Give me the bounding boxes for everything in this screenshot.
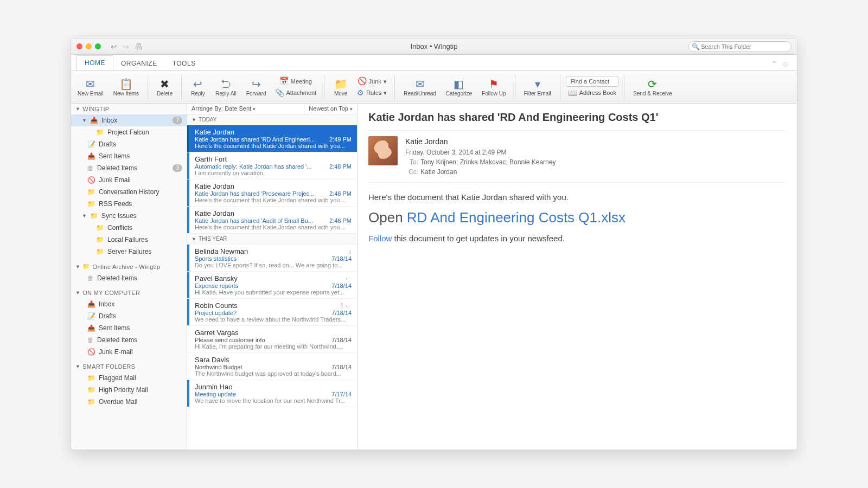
find-contact-button[interactable]: Find a Contact: [566, 76, 618, 87]
sidebar-sync-issues[interactable]: ▼📁Sync Issues: [71, 210, 187, 222]
forward-icon: ↪: [252, 78, 261, 91]
sidebar-deleted[interactable]: 🗑Deleted Items3: [71, 162, 187, 174]
reply-all-button[interactable]: ⮌Reply All: [212, 76, 240, 98]
new-email-button[interactable]: ✉New Email: [74, 76, 107, 98]
titlebar: ↩ ↪ 🖶 Inbox • Wingtip 🔍: [71, 38, 797, 55]
meeting-button[interactable]: 📅Meeting: [273, 76, 319, 86]
message-item[interactable]: Katie Jordan Katie Jordan has shared 'Au…: [187, 207, 357, 234]
message-preview: We need to have a review about the North…: [195, 316, 352, 323]
deleted-count-badge: 3: [173, 164, 182, 172]
message-subject-preview: Automatic reply: Katie Jordan has shared…: [195, 163, 329, 170]
message-subject-preview: Sports statistics: [195, 255, 331, 262]
mail-plus-icon: ✉: [86, 78, 95, 91]
items-plus-icon: 📋: [119, 78, 133, 91]
message-subject: Katie Jordan has shared 'RD And Engineer…: [368, 111, 786, 124]
shared-file-link[interactable]: RD And Engineering Costs Q1.xlsx: [407, 209, 626, 226]
new-items-button[interactable]: 📋New Items: [110, 76, 142, 98]
sidebar-flagged[interactable]: 📁Flagged Mail: [71, 372, 187, 384]
tab-home[interactable]: HOME: [76, 55, 113, 70]
sidebar-project-falcon[interactable]: 📁Project Falcon: [71, 126, 187, 138]
tab-organize[interactable]: ORGANIZE: [113, 56, 165, 70]
sender-name: Katie Jordan: [405, 136, 556, 147]
message-time: 7/18/14: [331, 282, 352, 289]
read-unread-button[interactable]: ✉Read/Unread: [400, 76, 439, 98]
rules-icon: ⚙: [357, 89, 364, 97]
sidebar-sent[interactable]: 📤Sent Items: [71, 150, 187, 162]
cc-recipients: Katie Jordan: [420, 168, 457, 176]
to-label: To:: [405, 157, 418, 167]
message-item[interactable]: Garret Vargas Please send customer info7…: [187, 326, 357, 353]
junk-button[interactable]: 🚫Junk ▾: [355, 76, 389, 86]
reply-icon: ↩: [193, 78, 202, 91]
group-today[interactable]: ▼TODAY: [187, 114, 357, 125]
sidebar-archive-deleted[interactable]: 🗑Deleted Items: [71, 272, 187, 284]
arrange-bar: Arrange By: Date Sent ▾ Newest on Top ▾: [187, 104, 357, 114]
message-item[interactable]: Katie Jordan Katie Jordan has shared 'Pr…: [187, 179, 357, 207]
address-book-icon: 📖: [568, 89, 577, 97]
help-icon[interactable]: ☺: [782, 60, 789, 68]
collapse-ribbon-icon[interactable]: ⌃: [771, 60, 777, 68]
send-receive-button[interactable]: ⟳Send & Receive: [630, 76, 675, 98]
on-my-computer-header[interactable]: ▼ON MY COMPUTER: [71, 287, 187, 298]
trash-icon: 🗑: [87, 336, 94, 344]
search-input[interactable]: [688, 41, 792, 52]
message-item[interactable]: Junmin Hao Meeting update7/17/14 We have…: [187, 380, 357, 407]
account-header[interactable]: ▼WINGTIP: [71, 104, 187, 114]
message-preview: Here's the document that Katie Jordan sh…: [195, 143, 352, 149]
reading-pane: Katie Jordan has shared 'RD And Engineer…: [358, 104, 797, 450]
calendar-icon: 📅: [279, 77, 289, 85]
sidebar-local-deleted[interactable]: 🗑Deleted Items: [71, 334, 187, 346]
sidebar-local-sent[interactable]: 📤Sent Items: [71, 322, 187, 334]
sort-order-button[interactable]: Newest on Top ▾: [304, 104, 357, 114]
sidebar-overdue[interactable]: 📁Overdue Mail: [71, 396, 187, 408]
categorize-button[interactable]: ◧Categorize: [443, 76, 475, 98]
move-button[interactable]: 📁Move: [330, 76, 352, 98]
message-item[interactable]: !← Robin Counts Project update?7/18/14 W…: [187, 299, 357, 326]
folder-icon: 📁: [87, 386, 95, 394]
follow-up-button[interactable]: ⚑Follow Up: [478, 76, 509, 98]
sidebar-local-junk[interactable]: 🚫Junk E-mail: [71, 346, 187, 358]
sidebar-junk[interactable]: 🚫Junk Email: [71, 174, 187, 186]
filter-email-button[interactable]: ▾Filter Email: [521, 76, 554, 98]
rules-button[interactable]: ⚙Rules ▾: [355, 88, 389, 98]
open-line: Open RD And Engineering Costs Q1.xlsx: [368, 209, 786, 226]
message-list-pane: Arrange By: Date Sent ▾ Newest on Top ▾ …: [187, 104, 358, 450]
message-item[interactable]: Katie Jordan Katie Jordan has shared 'RD…: [187, 125, 357, 152]
sidebar-local-drafts[interactable]: 📝Drafts: [71, 310, 187, 322]
message-item[interactable]: Sara Davis Northwind Budget7/18/14 The N…: [187, 353, 357, 380]
delete-button[interactable]: ✖Delete: [154, 76, 176, 98]
message-from: Belinda Newman: [195, 247, 352, 255]
message-subject-preview: Please send customer info: [195, 337, 331, 343]
sidebar-rss[interactable]: 📁RSS Feeds: [71, 198, 187, 210]
attachment-button[interactable]: 📎Attachment: [273, 88, 319, 98]
sidebar-conversation-history[interactable]: 📁Conversation History: [71, 186, 187, 198]
sidebar-drafts[interactable]: 📝Drafts: [71, 138, 187, 150]
message-item[interactable]: ↓ Belinda Newman Sports statistics7/18/1…: [187, 245, 357, 272]
tab-tools[interactable]: TOOLS: [165, 56, 203, 70]
message-item[interactable]: Garth Fort Automatic reply: Katie Jordan…: [187, 152, 357, 179]
sidebar-local-failures[interactable]: 📁Local Failures: [71, 234, 187, 246]
sidebar-inbox[interactable]: ▼📥Inbox7: [71, 114, 187, 126]
sidebar-local-inbox[interactable]: 📥Inbox: [71, 298, 187, 310]
sidebar-conflicts[interactable]: 📁Conflicts: [71, 222, 187, 234]
archive-header[interactable]: ▼📁Online Archive - Wingtip: [71, 261, 187, 272]
follow-link[interactable]: Follow: [368, 234, 392, 243]
move-icon: 📁: [334, 78, 348, 91]
folder-icon: 📁: [96, 129, 104, 136]
forward-button[interactable]: ↪Forward: [243, 76, 270, 98]
reply-button[interactable]: ↩Reply: [187, 76, 209, 98]
message-list[interactable]: ▼TODAY Katie Jordan Katie Jordan has sha…: [187, 114, 357, 450]
smart-folders-header[interactable]: ▼SMART FOLDERS: [71, 361, 187, 372]
arrange-by-button[interactable]: Arrange By: Date Sent ▾: [187, 104, 260, 114]
message-subject-preview: Project update?: [195, 310, 331, 316]
message-preview: Hi Katie, I'm preparing for our meeting …: [195, 343, 352, 350]
sender-avatar: [368, 136, 398, 165]
group-this-year[interactable]: ▼THIS YEAR: [187, 234, 357, 245]
message-subject-preview: Expense reports: [195, 282, 331, 289]
sidebar-server-failures[interactable]: 📁Server Failures: [71, 246, 187, 258]
message-item[interactable]: ← Pavel Bansky Expense reports7/18/14 Hi…: [187, 272, 357, 299]
address-book-button[interactable]: 📖Address Book: [566, 88, 618, 98]
message-preview: The Northwind budget was approved at tod…: [195, 370, 352, 377]
sidebar-high-priority[interactable]: 📁High Priority Mail: [71, 384, 187, 396]
to-recipients: Tony Krijnen; Zrinka Makovac; Bonnie Kea…: [420, 158, 556, 166]
